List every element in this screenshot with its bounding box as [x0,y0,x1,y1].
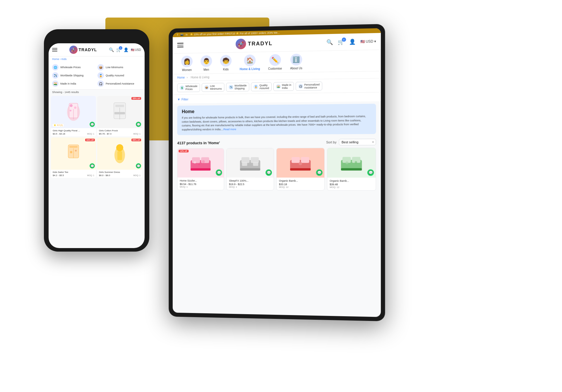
tablet-logo[interactable]: 🚀 TRADYL [236,38,273,49]
tablet-product-2-name: SleepFX 100%... [229,179,271,182]
tablet-cat-customise-avatar: ✏️ [269,54,281,66]
phone-india-label: Made in India [60,82,76,85]
tablet-cat-women-avatar: 👩 [181,56,193,67]
phone-product-4-whatsapp[interactable]: 💬 [136,163,141,169]
phone-search-icon[interactable]: 🔍 [109,47,114,52]
phone-feature-low-min: 📦 Low Minimums [97,64,141,71]
svg-rect-29 [242,162,247,166]
tablet-cat-customise[interactable]: ✏️ Customise [264,54,286,70]
phone-brand-name: TRADYL [79,47,97,52]
phone-notch [79,34,114,41]
phone-product-4[interactable]: 69% off 💬 Girls Summer Dress $6.0 - $8.0… [97,137,142,178]
phone-hamburger-button[interactable] [52,48,57,51]
tablet-social-ig[interactable]: 📷 [180,33,184,36]
tablet-quality-label: QualityAssured [259,84,269,90]
tablet-filter-icon: ▼ [177,98,180,101]
tablet-product-3-whatsapp[interactable]: 💬 [316,169,323,176]
tablet-assistance-icon: 🎧 [298,84,303,89]
tablet-cat-women[interactable]: 👩 Women [177,56,196,72]
phone-wholesale-icon: 🌐 [52,64,59,71]
tablet-product-1-whatsapp[interactable]: 💬 [216,169,222,176]
tablet-social-fb[interactable]: f [177,33,178,36]
phone-product-3-name: Kids Sailor Tee [53,171,94,173]
phone-device: 🚀 TRADYL 🔍 🛒 0 👤 🇺🇸 USD [44,29,149,252]
phone-currency-selector[interactable]: 🇺🇸 USD [131,48,141,51]
tablet-product-3[interactable]: 💬 Organic Bamb... $33.18 MOQ: 12 [276,148,325,190]
tablet-product-4-name: Organic Bamb... [330,179,373,182]
tablet-lowmin-icon: 📦 [204,85,209,90]
phone-quality-icon: 🏅 [97,72,104,79]
tablet-feature-assistance[interactable]: 🎧 PersonalizedAssistance [296,82,322,91]
tablet-feature-lowmin[interactable]: 📦 LowMinimums [202,83,224,92]
svg-rect-32 [292,157,300,163]
tablet-product-4-moq: MOQ: 12 [330,186,373,188]
phone-product-4-discount: 69% off [131,139,141,141]
phone-user-icon[interactable]: 👤 [124,47,128,52]
phone-product-1-whatsapp[interactable]: 💬 [90,122,95,127]
phone-breadcrumb: Home › Kids [49,56,145,62]
tablet-feature-india[interactable]: 🇮🇳 Made inIndia [273,82,294,91]
tablet-wholesale-label: WholesalePrices [186,85,198,91]
phone-product-2-discount: 35% off [131,97,141,100]
tablet-product-2-info: SleepFX 100%... $19.9 - $22.5 MOQ: 1 [227,178,274,190]
phone-product-3-whatsapp[interactable]: 💬 [90,163,95,169]
svg-rect-28 [240,168,260,171]
svg-point-41 [355,161,357,164]
phone-product-3[interactable]: 34% off 💬 Kids Sailor Tee $4.2 - $5.5 MO… [51,137,96,178]
phone-screen: 🚀 TRADYL 🔍 🛒 0 👤 🇺🇸 USD [49,43,145,248]
tablet-currency-selector[interactable]: 🇺🇸 USD ▾ [360,39,376,44]
tablet-breadcrumb-separator: › [187,76,189,79]
phone-assistance-label: Personalized Assistance [106,82,134,85]
tablet-screen: f 📷 in 🔔 10% off on your first order! FI… [173,28,381,317]
svg-point-3 [70,104,73,107]
tablet-cat-kids-avatar: 🧒 [220,55,232,67]
tablet-social-li[interactable]: in [186,33,188,36]
tablet-read-more-link[interactable]: Read more [223,128,236,130]
tablet-cat-kids[interactable]: 🧒 Kids [216,55,236,71]
tablet-user-icon[interactable]: 👤 [349,39,355,45]
tablet-product-1-name: Home Sizzler... [180,179,222,182]
tablet-header-right: 🔍 🛒 0 👤 🇺🇸 USD ▾ [326,38,376,46]
tablet-cat-about[interactable]: ℹ️ About Us [286,54,306,70]
tablet-feature-wholesale[interactable]: 💲 WholesalePrices [177,83,200,92]
phone-header: 🚀 TRADYL 🔍 🛒 0 👤 🇺🇸 USD [49,43,145,56]
phone-results-count: Showing - 1445 results [49,89,145,95]
phone-cart-badge: 0 [119,46,122,50]
tablet-filter-button[interactable]: ▼ Filter [177,97,188,101]
phone-product-2-whatsapp[interactable]: 💬 [136,122,141,127]
tablet-product-4[interactable]: 💬 Organic Bamb... $39.48 MOQ: 12 [327,148,376,191]
phone-product-2[interactable]: 35% off 💬 Girls Cotton Frock $5.76 - $7.… [97,96,142,136]
tablet-product-4-whatsapp[interactable]: 💬 [367,169,374,176]
tablet-product-3-moq: MOQ: 12 [279,186,322,188]
tablet-product-1[interactable]: 12% off 💬 Home Sizzler... $9.54 - $11.76… [177,148,224,190]
tablet-cat-about-avatar: ℹ️ [290,54,302,66]
phone-lowmin-label: Low Minimums [106,66,123,69]
tablet-product-2[interactable]: 💬 SleepFX 100%... $19.9 - $22.5 MOQ: 1 [226,148,274,190]
tablet-sort-select[interactable]: Best selling Price: Low to High Price: H… [339,139,376,145]
tablet-search-icon[interactable]: 🔍 [326,39,333,46]
phone-india-icon: 🇮🇳 [52,80,59,87]
phone-cart-button[interactable]: 🛒 0 [116,47,121,52]
tablet-sort-label: Sort by [326,140,336,144]
phone-logo: 🚀 TRADYL [69,46,97,54]
tablet-breadcrumb-home[interactable]: Home [177,76,185,79]
tablet-feature-quality[interactable]: 🏅 QualityAssured [251,82,272,91]
tablet-product-2-whatsapp[interactable]: 💬 [265,169,272,176]
phone-product-1[interactable]: ⭐ 4.0 (1) 💬 Girls High Quality Floral ..… [51,96,96,136]
svg-point-5 [70,110,71,111]
tablet-product-1-info: Home Sizzler... $9.54 - $11.76 MOQ: 1 [177,178,224,190]
tablet-home-info-box: Home If you are looking for wholesale ho… [177,104,376,135]
tablet-category-nav: 👩 Women 👨 Men 🧒 Kids 🏠 Home & Living ✏️ [173,50,381,74]
tablet-product-2-image: 💬 [227,148,274,178]
tablet-cart-button[interactable]: 🛒 0 [337,39,344,45]
tablet-cat-men[interactable]: 👨 Men [197,55,216,72]
tablet-hamburger-button[interactable] [177,43,183,47]
svg-point-23 [202,160,205,163]
tablet-feature-shipping[interactable]: ✈️ WorldwideShipping [226,82,249,92]
phone-quality-label: Quality Assured [106,74,124,77]
phone-product-4-price: $6.0 - $8.0 MOQ: 1 [99,174,140,177]
tablet-cat-home[interactable]: 🏠 Home & Living [236,54,264,71]
tablet-product-grid: 12% off 💬 Home Sizzler... $9.54 - $11.76… [173,148,381,196]
tablet-breadcrumb-current: Home & Living [191,75,209,79]
svg-rect-11 [69,146,78,148]
